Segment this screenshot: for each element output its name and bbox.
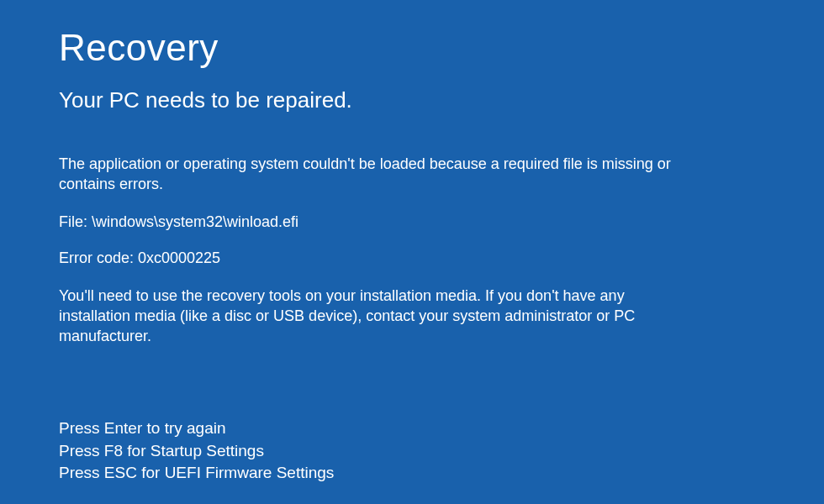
- instruction-f8: Press F8 for Startup Settings: [59, 440, 334, 462]
- instruction-esc: Press ESC for UEFI Firmware Settings: [59, 462, 334, 484]
- page-subtitle: Your PC needs to be repaired.: [59, 87, 824, 113]
- error-file-path: File: \windows\system32\winload.efi: [59, 213, 698, 231]
- error-code: Error code: 0xc0000225: [59, 249, 698, 267]
- error-intro-text: The application or operating system coul…: [59, 154, 698, 195]
- page-title: Recovery: [59, 27, 824, 69]
- error-advice-text: You'll need to use the recovery tools on…: [59, 286, 698, 347]
- instruction-enter: Press Enter to try again: [59, 417, 334, 439]
- error-details-block: The application or operating system coul…: [59, 154, 698, 346]
- keyboard-instructions: Press Enter to try again Press F8 for St…: [59, 417, 334, 484]
